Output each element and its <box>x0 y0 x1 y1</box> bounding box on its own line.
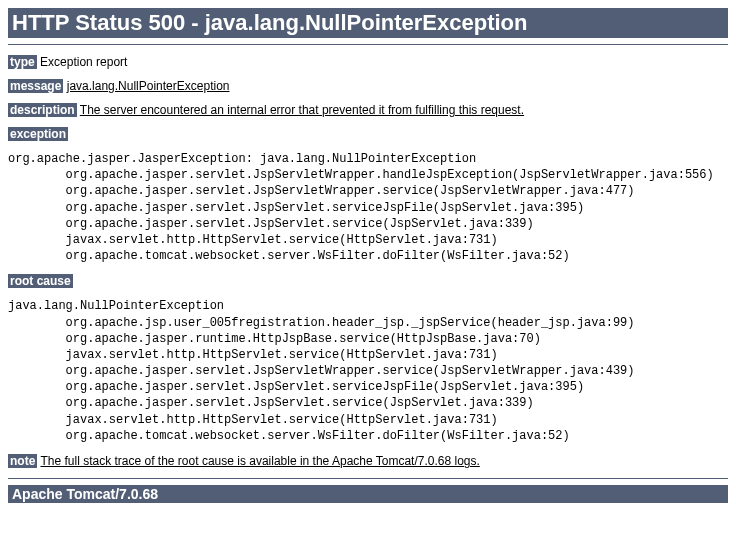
note-label: note <box>8 454 37 468</box>
type-line: type Exception report <box>8 55 728 69</box>
note-line: note The full stack trace of the root ca… <box>8 454 728 468</box>
description-line: description The server encountered an in… <box>8 103 728 117</box>
description-label: description <box>8 103 77 117</box>
root-cause-line: root cause <box>8 274 728 288</box>
description-value: The server encountered an internal error… <box>80 103 524 117</box>
exception-line: exception <box>8 127 728 141</box>
message-value: java.lang.NullPointerException <box>67 79 230 93</box>
root-cause-label: root cause <box>8 274 73 288</box>
page-title: HTTP Status 500 - java.lang.NullPointerE… <box>8 8 728 38</box>
exception-trace: org.apache.jasper.JasperException: java.… <box>8 151 728 264</box>
divider <box>8 478 728 479</box>
exception-label: exception <box>8 127 68 141</box>
message-label: message <box>8 79 63 93</box>
type-label: type <box>8 55 37 69</box>
type-value: Exception report <box>40 55 127 69</box>
divider <box>8 44 728 45</box>
root-cause-trace: java.lang.NullPointerException org.apach… <box>8 298 728 444</box>
server-footer: Apache Tomcat/7.0.68 <box>8 485 728 503</box>
message-line: message java.lang.NullPointerException <box>8 79 728 93</box>
note-value: The full stack trace of the root cause i… <box>40 454 479 468</box>
